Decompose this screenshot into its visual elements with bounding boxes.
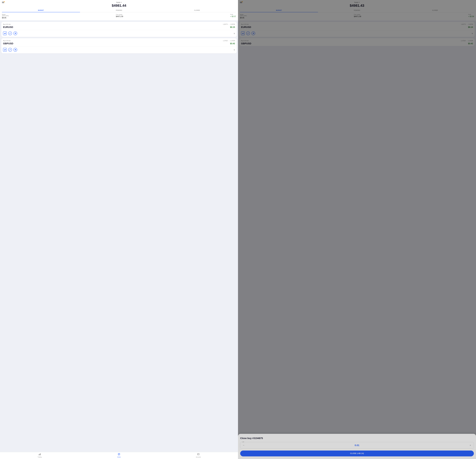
- orders-icon-left: [118, 453, 120, 456]
- equity-label-left[interactable]: Equity ▼: [116, 1, 122, 3]
- trade-prices-left-2: 1.27525 → 1.27639: [223, 40, 235, 42]
- tab-market-left[interactable]: MARKET: [2, 8, 80, 12]
- margin-value-left: $9.85: [2, 17, 9, 19]
- trade-symbol-left-2: GBPUSD: [3, 42, 13, 45]
- lots-label: Lots: [242, 441, 245, 442]
- svg-rect-15: [198, 454, 198, 455]
- arrow-icon-left-1: →: [228, 24, 230, 25]
- trade-card-gbpusd-left: Buy 0.03 lots 1.27525 → 1.27639 GBPUSD $…: [1, 38, 237, 53]
- svg-rect-3: [4, 50, 5, 50]
- trade-type-left-1: Buy 0.01 lots: [3, 24, 10, 25]
- stats-bar-left: Margin (50572.99%) $9.85 Free margin $49…: [0, 12, 238, 20]
- edit-button-left-2[interactable]: [8, 48, 12, 52]
- lots-plus-button[interactable]: +: [469, 444, 472, 447]
- trades-list-left: Buy 0.01 lots 1.09775 → 1.09790 EURUSD $…: [0, 21, 238, 452]
- nav-trading-left[interactable]: Trading: [0, 453, 79, 458]
- svg-rect-0: [4, 33, 5, 34]
- trade-actions-left-2: ⊗ ∨: [3, 48, 235, 52]
- svg-rect-7: [39, 454, 40, 455]
- modal-overlay: Close buy #3194875 Lots − 0.01 + CLOSE (…: [238, 0, 476, 459]
- expand-button-left-2[interactable]: ∨: [234, 49, 235, 51]
- svg-rect-13: [197, 453, 199, 455]
- arrow-icon-left-2: →: [228, 40, 230, 42]
- right-panel: Equity ▼ $4981.43 MARKET PENDING CLOSED …: [238, 0, 476, 459]
- tab-closed-left[interactable]: CLOSED: [158, 8, 236, 12]
- left-panel: Equity ▼ $4981.44 MARKET PENDING CLOSED …: [0, 0, 238, 459]
- chart-button-left-1[interactable]: [3, 32, 7, 35]
- svg-rect-2: [5, 33, 6, 34]
- svg-rect-4: [5, 49, 5, 50]
- confirm-close-button[interactable]: CLOSE (+$0.14): [240, 451, 474, 456]
- lots-minus-button[interactable]: −: [242, 444, 245, 447]
- lots-input-wrapper: Lots − 0.01 +: [240, 442, 474, 449]
- nav-accounts-left[interactable]: Accounts: [159, 453, 238, 458]
- close-trade-modal: Close buy #3194875 Lots − 0.01 + CLOSE (…: [238, 434, 476, 459]
- trade-profit-left-1: $0.15: [230, 26, 235, 28]
- nav-orders-left[interactable]: Orders: [79, 453, 159, 458]
- close-button-left-2[interactable]: ⊗: [13, 48, 17, 52]
- trade-symbol-left-1: EURUSD: [3, 26, 13, 29]
- bottom-nav-left: Trading Orders A: [0, 452, 238, 459]
- trade-type-left-2: Buy 0.03 lots: [3, 40, 10, 42]
- modal-title: Close buy #3194875: [240, 437, 474, 440]
- trading-label-left: Trading: [38, 456, 42, 458]
- profit-stat-left: Profit + $3.57: [230, 14, 236, 17]
- expand-button-left-1[interactable]: ∨: [234, 32, 235, 34]
- trading-icon-left: [38, 453, 41, 456]
- trade-profit-left-2: $3.42: [230, 42, 235, 45]
- tab-pending-left[interactable]: PENDING: [80, 8, 158, 12]
- free-margin-value-left: $4971.59: [116, 16, 123, 17]
- orders-label-left: Orders: [117, 456, 121, 458]
- trade-actions-left-1: ⊗ ∨: [3, 32, 235, 35]
- svg-rect-12: [119, 455, 120, 455]
- equity-dropdown-icon: ▼: [121, 2, 122, 3]
- edit-button-left-1[interactable]: [8, 32, 12, 35]
- tabs-left: MARKET PENDING CLOSED: [2, 8, 236, 12]
- close-button-left-1[interactable]: ⊗: [13, 32, 17, 35]
- equity-value-left: $4981.44: [112, 4, 126, 8]
- accounts-label-left: Accounts: [196, 456, 201, 458]
- lots-value: 0.01: [245, 444, 469, 447]
- profit-value-left: + $3.57: [230, 16, 236, 17]
- accounts-icon-left: [197, 453, 200, 456]
- svg-rect-8: [40, 453, 41, 455]
- menu-icon[interactable]: [2, 2, 4, 3]
- left-header: Equity ▼ $4981.44 MARKET PENDING CLOSED: [0, 0, 238, 12]
- trade-prices-left-1: 1.09775 → 1.09790: [223, 24, 235, 25]
- svg-rect-1: [5, 33, 5, 34]
- free-margin-stat-left: Free margin $4971.59: [116, 14, 123, 17]
- svg-rect-6: [39, 454, 39, 455]
- trade-card-eurusd-left: Buy 0.01 lots 1.09775 → 1.09790 EURUSD $…: [1, 22, 237, 37]
- margin-stat-left: Margin (50572.99%) $9.85: [2, 14, 9, 19]
- svg-rect-5: [5, 49, 6, 50]
- svg-rect-14: [197, 454, 199, 454]
- chart-button-left-2[interactable]: [3, 48, 7, 52]
